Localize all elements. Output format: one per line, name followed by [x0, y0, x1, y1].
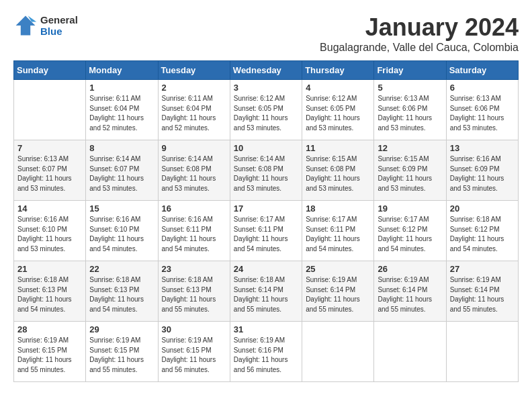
page-header: GeneralBlue January 2024 Bugalagrande, V… — [13, 13, 519, 54]
weekday-header-sunday: Sunday — [14, 61, 86, 80]
day-info: Sunrise: 6:19 AM Sunset: 6:14 PM Dayligh… — [378, 275, 442, 314]
calendar-cell: 23Sunrise: 6:18 AM Sunset: 6:13 PM Dayli… — [158, 261, 230, 322]
calendar-cell: 4Sunrise: 6:12 AM Sunset: 6:05 PM Daylig… — [302, 80, 374, 140]
day-number: 1 — [89, 83, 154, 93]
day-info: Sunrise: 6:16 AM Sunset: 6:10 PM Dayligh… — [17, 215, 82, 254]
calendar-cell: 27Sunrise: 6:19 AM Sunset: 6:14 PM Dayli… — [446, 261, 518, 322]
calendar-cell: 25Sunrise: 6:19 AM Sunset: 6:14 PM Dayli… — [302, 261, 374, 322]
location-title: Bugalagrande, Valle del Cauca, Colombia — [320, 42, 519, 54]
day-info: Sunrise: 6:19 AM Sunset: 6:14 PM Dayligh… — [306, 275, 370, 314]
day-info: Sunrise: 6:11 AM Sunset: 6:04 PM Dayligh… — [162, 94, 226, 133]
day-number: 2 — [162, 83, 226, 93]
day-number: 8 — [89, 143, 154, 153]
day-info: Sunrise: 6:15 AM Sunset: 6:09 PM Dayligh… — [378, 154, 442, 193]
day-info: Sunrise: 6:13 AM Sunset: 6:07 PM Dayligh… — [17, 154, 82, 193]
calendar-cell: 29Sunrise: 6:19 AM Sunset: 6:15 PM Dayli… — [86, 322, 158, 382]
day-number: 27 — [450, 264, 515, 274]
day-info: Sunrise: 6:13 AM Sunset: 6:06 PM Dayligh… — [378, 94, 442, 133]
calendar-cell: 13Sunrise: 6:16 AM Sunset: 6:09 PM Dayli… — [446, 140, 518, 201]
day-number: 7 — [17, 143, 82, 153]
calendar-cell: 8Sunrise: 6:14 AM Sunset: 6:07 PM Daylig… — [86, 140, 158, 201]
calendar-cell: 20Sunrise: 6:18 AM Sunset: 6:12 PM Dayli… — [446, 201, 518, 261]
day-number: 12 — [378, 143, 442, 153]
day-number: 5 — [378, 83, 442, 93]
weekday-header-friday: Friday — [374, 61, 446, 80]
day-number: 11 — [306, 143, 370, 153]
day-number: 29 — [89, 324, 154, 334]
day-info: Sunrise: 6:18 AM Sunset: 6:14 PM Dayligh… — [234, 275, 298, 314]
calendar-cell: 30Sunrise: 6:19 AM Sunset: 6:15 PM Dayli… — [158, 322, 230, 382]
day-info: Sunrise: 6:16 AM Sunset: 6:09 PM Dayligh… — [450, 154, 515, 193]
calendar-cell: 31Sunrise: 6:19 AM Sunset: 6:16 PM Dayli… — [230, 322, 302, 382]
calendar-cell: 3Sunrise: 6:12 AM Sunset: 6:05 PM Daylig… — [230, 80, 302, 140]
calendar-cell: 26Sunrise: 6:19 AM Sunset: 6:14 PM Dayli… — [374, 261, 446, 322]
calendar-cell: 16Sunrise: 6:16 AM Sunset: 6:11 PM Dayli… — [158, 201, 230, 261]
day-info: Sunrise: 6:18 AM Sunset: 6:13 PM Dayligh… — [89, 275, 154, 314]
calendar-cell: 18Sunrise: 6:17 AM Sunset: 6:11 PM Dayli… — [302, 201, 374, 261]
calendar-cell: 10Sunrise: 6:14 AM Sunset: 6:08 PM Dayli… — [230, 140, 302, 201]
weekday-header-tuesday: Tuesday — [158, 61, 230, 80]
calendar-cell: 24Sunrise: 6:18 AM Sunset: 6:14 PM Dayli… — [230, 261, 302, 322]
day-info: Sunrise: 6:18 AM Sunset: 6:13 PM Dayligh… — [162, 275, 226, 314]
day-number: 21 — [17, 264, 82, 274]
day-number: 17 — [234, 203, 298, 214]
weekday-header-saturday: Saturday — [446, 61, 518, 80]
calendar-cell — [302, 322, 374, 382]
calendar-body: 1Sunrise: 6:11 AM Sunset: 6:04 PM Daylig… — [14, 80, 519, 382]
calendar-cell: 15Sunrise: 6:16 AM Sunset: 6:10 PM Dayli… — [86, 201, 158, 261]
day-info: Sunrise: 6:18 AM Sunset: 6:12 PM Dayligh… — [450, 215, 515, 254]
calendar-week-5: 28Sunrise: 6:19 AM Sunset: 6:15 PM Dayli… — [14, 322, 519, 382]
day-info: Sunrise: 6:19 AM Sunset: 6:15 PM Dayligh… — [162, 336, 226, 375]
month-title: January 2024 — [320, 13, 519, 42]
day-info: Sunrise: 6:18 AM Sunset: 6:13 PM Dayligh… — [17, 275, 82, 314]
calendar-cell: 12Sunrise: 6:15 AM Sunset: 6:09 PM Dayli… — [374, 140, 446, 201]
calendar-week-2: 7Sunrise: 6:13 AM Sunset: 6:07 PM Daylig… — [14, 140, 519, 201]
day-info: Sunrise: 6:16 AM Sunset: 6:10 PM Dayligh… — [89, 215, 154, 254]
day-number: 16 — [162, 203, 226, 214]
day-number: 30 — [162, 324, 226, 334]
calendar-cell: 21Sunrise: 6:18 AM Sunset: 6:13 PM Dayli… — [14, 261, 86, 322]
day-info: Sunrise: 6:17 AM Sunset: 6:12 PM Dayligh… — [378, 215, 442, 254]
logo-text: GeneralBlue — [40, 14, 78, 37]
calendar-week-4: 21Sunrise: 6:18 AM Sunset: 6:13 PM Dayli… — [14, 261, 519, 322]
day-number: 15 — [89, 203, 154, 214]
calendar-cell: 6Sunrise: 6:13 AM Sunset: 6:06 PM Daylig… — [446, 80, 518, 140]
day-number: 23 — [162, 264, 226, 274]
calendar-cell: 22Sunrise: 6:18 AM Sunset: 6:13 PM Dayli… — [86, 261, 158, 322]
day-number: 31 — [234, 324, 298, 334]
calendar-cell: 9Sunrise: 6:14 AM Sunset: 6:08 PM Daylig… — [158, 140, 230, 201]
day-number: 13 — [450, 143, 515, 153]
weekday-header-monday: Monday — [86, 61, 158, 80]
calendar-cell: 17Sunrise: 6:17 AM Sunset: 6:11 PM Dayli… — [230, 201, 302, 261]
calendar-cell: 1Sunrise: 6:11 AM Sunset: 6:04 PM Daylig… — [86, 80, 158, 140]
day-number: 3 — [234, 83, 298, 93]
logo: GeneralBlue — [13, 13, 78, 38]
day-number: 25 — [306, 264, 370, 274]
day-info: Sunrise: 6:19 AM Sunset: 6:14 PM Dayligh… — [450, 275, 515, 314]
day-number: 22 — [89, 264, 154, 274]
calendar-week-3: 14Sunrise: 6:16 AM Sunset: 6:10 PM Dayli… — [14, 201, 519, 261]
calendar-cell: 7Sunrise: 6:13 AM Sunset: 6:07 PM Daylig… — [14, 140, 86, 201]
day-number: 14 — [17, 203, 82, 214]
day-info: Sunrise: 6:19 AM Sunset: 6:15 PM Dayligh… — [89, 336, 154, 375]
day-info: Sunrise: 6:14 AM Sunset: 6:08 PM Dayligh… — [162, 154, 226, 193]
day-info: Sunrise: 6:16 AM Sunset: 6:11 PM Dayligh… — [162, 215, 226, 254]
day-number: 28 — [17, 324, 82, 334]
day-info: Sunrise: 6:17 AM Sunset: 6:11 PM Dayligh… — [234, 215, 298, 254]
logo-icon — [13, 13, 38, 38]
calendar-week-1: 1Sunrise: 6:11 AM Sunset: 6:04 PM Daylig… — [14, 80, 519, 140]
calendar-cell: 5Sunrise: 6:13 AM Sunset: 6:06 PM Daylig… — [374, 80, 446, 140]
calendar-cell — [446, 322, 518, 382]
day-number: 4 — [306, 83, 370, 93]
title-section: January 2024 Bugalagrande, Valle del Cau… — [320, 13, 519, 54]
day-number: 6 — [450, 83, 515, 93]
calendar-header: SundayMondayTuesdayWednesdayThursdayFrid… — [14, 61, 519, 80]
day-number: 19 — [378, 203, 442, 214]
calendar-cell: 11Sunrise: 6:15 AM Sunset: 6:08 PM Dayli… — [302, 140, 374, 201]
day-info: Sunrise: 6:19 AM Sunset: 6:16 PM Dayligh… — [234, 336, 298, 375]
calendar-cell — [14, 80, 86, 140]
calendar-cell: 28Sunrise: 6:19 AM Sunset: 6:15 PM Dayli… — [14, 322, 86, 382]
day-info: Sunrise: 6:14 AM Sunset: 6:07 PM Dayligh… — [89, 154, 154, 193]
weekday-header-thursday: Thursday — [302, 61, 374, 80]
day-info: Sunrise: 6:13 AM Sunset: 6:06 PM Dayligh… — [450, 94, 515, 133]
